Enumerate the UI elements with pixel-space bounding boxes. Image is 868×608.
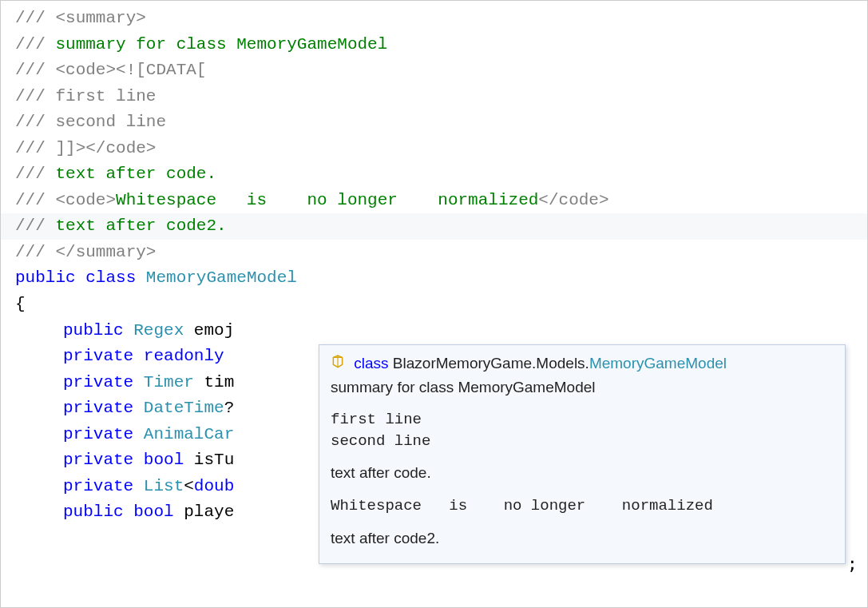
- code-token: private: [63, 373, 133, 391]
- code-token: text after code2.: [55, 217, 226, 235]
- code-token: [133, 425, 144, 443]
- code-token: </summary>: [55, 243, 156, 261]
- code-line[interactable]: /// first line: [1, 84, 867, 110]
- code-token: readonly: [144, 347, 224, 365]
- code-token: [76, 268, 86, 287]
- code-line[interactable]: /// </summary>: [1, 240, 867, 266]
- code-token: <: [184, 477, 194, 495]
- code-token: [133, 347, 144, 365]
- code-token: [133, 373, 144, 391]
- code-token: ///: [15, 87, 55, 105]
- code-token: [133, 399, 144, 417]
- class-icon: [331, 354, 345, 376]
- code-token: private: [63, 347, 133, 365]
- code-token: ///: [15, 165, 55, 183]
- code-token: <summary>: [55, 9, 145, 27]
- code-token: <code>: [55, 61, 116, 79]
- code-token: private: [63, 399, 133, 417]
- code-token: <![CDATA[: [116, 61, 206, 79]
- code-token: first line: [55, 87, 156, 105]
- code-token: </code>: [85, 139, 156, 157]
- trailing-semicolon: ;: [847, 554, 858, 574]
- intellisense-tooltip: class BlazorMemoryGame.Models.MemoryGame…: [319, 344, 846, 564]
- code-token: ///: [15, 61, 55, 79]
- code-line[interactable]: public Regex emoj: [1, 318, 867, 344]
- tooltip-code-block-2: Whitespace is no longer normalized: [331, 495, 834, 517]
- code-token: ///: [15, 243, 55, 261]
- code-token: List: [144, 477, 184, 495]
- code-line[interactable]: /// <summary>: [1, 6, 867, 32]
- tooltip-text-1: text after code.: [331, 463, 834, 484]
- code-token: doub: [194, 477, 234, 495]
- code-token: {: [15, 295, 26, 313]
- code-token: Regex: [133, 321, 184, 340]
- code-token: </code>: [538, 191, 608, 209]
- code-line[interactable]: /// ]]></code>: [1, 136, 867, 162]
- code-token: private: [63, 425, 133, 443]
- code-token: [133, 451, 144, 469]
- code-token: public: [15, 268, 76, 287]
- code-token: ///: [15, 35, 55, 54]
- code-token: public: [63, 503, 124, 521]
- code-token: summary for class MemoryGameModel: [55, 35, 387, 54]
- tooltip-text-2: text after code2.: [331, 528, 834, 550]
- code-token: Timer: [144, 373, 194, 391]
- code-line[interactable]: /// <code><![CDATA[: [1, 58, 867, 84]
- tooltip-type: MemoryGameModel: [589, 355, 727, 372]
- code-token: <code>: [55, 191, 116, 209]
- code-token: DateTime: [144, 399, 224, 417]
- tooltip-summary: summary for class MemoryGameModel: [331, 377, 834, 399]
- code-token: ]]>: [55, 139, 85, 157]
- code-line[interactable]: /// second line: [1, 109, 867, 136]
- code-token: second line: [55, 113, 166, 131]
- code-token: isTu: [184, 451, 234, 469]
- tooltip-header: class BlazorMemoryGame.Models.MemoryGame…: [331, 353, 834, 376]
- code-token: bool: [144, 451, 184, 469]
- code-token: ///: [15, 139, 55, 157]
- code-token: bool: [133, 503, 173, 521]
- code-token: [136, 268, 146, 287]
- code-token: ///: [15, 113, 55, 131]
- code-token: ///: [15, 191, 55, 209]
- code-token: AnimalCar: [144, 425, 234, 443]
- code-line[interactable]: /// <code>Whitespace is no longer normal…: [1, 188, 867, 214]
- code-token: text after code.: [55, 165, 216, 183]
- code-line[interactable]: /// summary for class MemoryGameModel: [1, 32, 867, 58]
- code-token: Whitespace is no longer normalized: [116, 191, 538, 209]
- code-token: ?: [224, 399, 235, 417]
- code-token: [124, 503, 134, 521]
- code-token: tim: [194, 373, 234, 391]
- code-token: [124, 321, 134, 340]
- tooltip-namespace: BlazorMemoryGame.Models.: [393, 355, 589, 372]
- code-token: ///: [15, 9, 55, 27]
- code-token: MemoryGameModel: [146, 268, 297, 287]
- code-token: emoj: [184, 321, 234, 340]
- tooltip-keyword: class: [354, 355, 388, 372]
- code-token: private: [63, 451, 133, 469]
- code-token: public: [63, 321, 124, 340]
- code-token: playe: [174, 503, 235, 521]
- code-line[interactable]: /// text after code.: [1, 161, 867, 188]
- code-token: private: [63, 477, 133, 495]
- code-token: [224, 347, 235, 365]
- tooltip-code-block-1: first line second line: [331, 409, 834, 451]
- code-line[interactable]: public class MemoryGameModel: [1, 265, 867, 292]
- code-token: [133, 477, 144, 495]
- code-token: class: [85, 268, 136, 287]
- code-line[interactable]: {: [1, 292, 867, 318]
- code-token: ///: [15, 217, 55, 235]
- code-line[interactable]: /// text after code2.: [1, 213, 867, 240]
